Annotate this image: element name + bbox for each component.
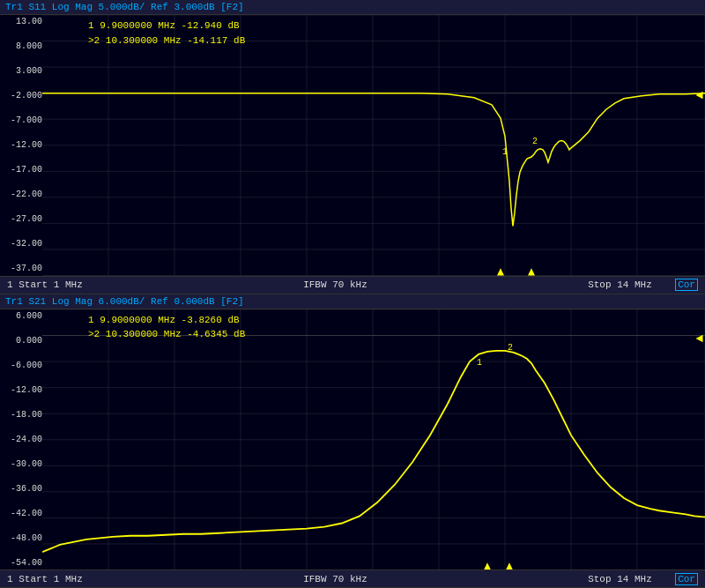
s11-ref-arrow: ◄ <box>696 88 703 102</box>
s11-grid: 1 2 1 9.9000000 MHz -12.940 dB >2 10.300… <box>42 15 705 276</box>
s11-footer-left: 1 Start 1 MHz <box>7 279 83 290</box>
s21-markers: 1 9.9000000 MHz -3.8260 dB >2 10.300000 … <box>88 313 245 342</box>
s11-footer-center: IFBW 70 kHz <box>303 279 367 290</box>
s21-y-axis: 6.000 0.000 -6.000 -12.00 -18.00 -24.00 … <box>0 309 42 570</box>
s11-svg: 1 2 <box>42 15 705 276</box>
s21-svg: 1 2 <box>42 309 705 570</box>
s11-marker2: >2 10.300000 MHz -14.117 dB <box>88 33 245 48</box>
s21-panel: Tr1 S21 Log Mag 6.000dB/ Ref 0.000dB [F2… <box>0 294 705 589</box>
s11-footer-right: Stop 14 MHz Cor <box>588 279 698 290</box>
s11-y-axis: 13.00 8.000 3.000 -2.000 -7.000 -12.00 -… <box>0 15 42 276</box>
svg-marker-24 <box>528 268 535 275</box>
svg-text:1: 1 <box>502 147 508 157</box>
s21-footer-left: 1 Start 1 MHz <box>7 574 83 584</box>
s11-markers: 1 9.9000000 MHz -12.940 dB >2 10.300000 … <box>88 19 245 48</box>
s21-footer-center: IFBW 70 kHz <box>303 574 367 584</box>
s11-header: Tr1 S11 Log Mag 5.000dB/ Ref 3.000dB [F2… <box>0 0 705 15</box>
s11-cor-label: Cor <box>675 279 698 291</box>
s21-ref-arrow: ◄ <box>696 331 703 346</box>
svg-marker-48 <box>484 562 491 569</box>
s21-header: Tr1 S21 Log Mag 6.000dB/ Ref 0.000dB [F2… <box>0 294 705 309</box>
s21-marker1: 1 9.9000000 MHz -3.8260 dB <box>88 313 245 328</box>
s21-marker2: >2 10.300000 MHz -4.6345 dB <box>88 327 245 342</box>
svg-text:2: 2 <box>508 342 513 352</box>
s21-grid: 1 2 1 9.9000000 MHz -3.8260 dB >2 10.300… <box>42 309 705 570</box>
svg-marker-49 <box>506 562 513 569</box>
s11-footer: 1 Start 1 MHz IFBW 70 kHz Stop 14 MHz Co… <box>0 276 705 294</box>
s21-footer: 1 Start 1 MHz IFBW 70 kHz Stop 14 MHz Co… <box>0 569 705 587</box>
svg-text:2: 2 <box>532 137 538 146</box>
screen: Tr1 S11 Log Mag 5.000dB/ Ref 3.000dB [F2… <box>0 0 705 588</box>
svg-marker-23 <box>497 268 504 275</box>
svg-text:1: 1 <box>477 358 482 368</box>
s21-cor-label: Cor <box>675 573 698 585</box>
s11-marker1: 1 9.9000000 MHz -12.940 dB <box>88 19 245 33</box>
s21-footer-right: Stop 14 MHz Cor <box>588 574 698 584</box>
s11-panel: Tr1 S11 Log Mag 5.000dB/ Ref 3.000dB [F2… <box>0 0 705 294</box>
